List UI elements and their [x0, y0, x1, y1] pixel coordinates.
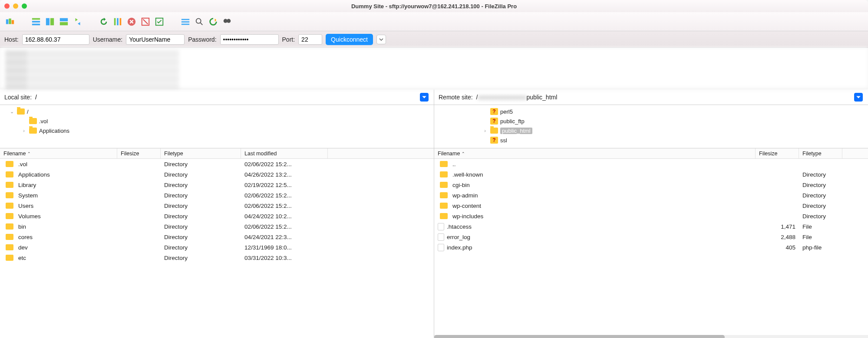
search-icon[interactable] [194, 16, 205, 27]
list-item[interactable]: etcDirectory03/31/2022 10:3... [0, 253, 434, 263]
host-label: Host: [4, 36, 19, 43]
expander-icon[interactable]: ⌄ [9, 109, 15, 115]
tree-item-label: Applications [39, 128, 69, 134]
local-site-path-input[interactable] [34, 92, 429, 102]
password-input[interactable] [220, 34, 279, 45]
list-item[interactable]: index.php405php-file [434, 242, 868, 253]
toggle-tree-icon[interactable] [30, 16, 42, 27]
file-modified: 02/06/2022 15:2... [241, 161, 328, 167]
username-label: Username: [93, 36, 122, 43]
username-input[interactable] [126, 34, 185, 45]
local-col-modified[interactable]: Last modified [241, 148, 328, 158]
tree-item[interactable]: ?ssl [456, 135, 868, 145]
list-item[interactable]: SystemDirectory02/06/2022 15:2... [0, 190, 434, 200]
list-item[interactable]: coresDirectory04/24/2021 22:3... [0, 232, 434, 242]
list-item[interactable]: .htaccess1,471File [434, 221, 868, 232]
folder-icon [490, 128, 498, 134]
quickconnect-history-dropdown[interactable] [376, 35, 386, 44]
list-item[interactable]: VolumesDirectory04/24/2022 10:2... [0, 211, 434, 221]
file-name: wp-includes [452, 213, 483, 220]
close-window-button[interactable] [4, 3, 10, 9]
process-queue-icon[interactable] [208, 16, 219, 27]
file-type: Directory [161, 223, 241, 230]
tree-item[interactable]: ›public_html [456, 126, 868, 135]
file-type: Directory [799, 182, 842, 188]
toggle-queue-icon[interactable] [58, 16, 69, 27]
list-item[interactable]: .. [434, 159, 868, 169]
remote-file-list[interactable]: ...well-knownDirectorycgi-binDirectorywp… [434, 159, 868, 335]
folder-icon [440, 192, 448, 198]
sync-browsing-icon[interactable] [72, 16, 83, 27]
tree-item-label: ssl [500, 137, 507, 144]
list-item[interactable]: devDirectory12/31/1969 18:0... [0, 242, 434, 253]
host-input[interactable] [22, 34, 89, 45]
file-name: index.php [447, 244, 472, 251]
local-tree[interactable]: ⌄/.vol›Applications [0, 105, 434, 148]
file-type: Directory [161, 213, 241, 220]
local-col-filesize[interactable]: Filesize [117, 148, 161, 158]
compare-icon[interactable] [112, 16, 123, 27]
find-icon[interactable] [221, 16, 233, 27]
port-input[interactable] [298, 34, 322, 45]
folder-icon [6, 255, 13, 261]
file-name: error_log [447, 234, 470, 240]
file-size: 2,488 [756, 234, 799, 240]
list-item[interactable]: cgi-binDirectory [434, 180, 868, 190]
list-item[interactable]: .volDirectory02/06/2022 15:2... [0, 159, 434, 169]
site-manager-icon[interactable] [4, 16, 16, 27]
list-item[interactable]: wp-contentDirectory [434, 200, 868, 211]
local-col-filename[interactable]: Filename⌃ [0, 148, 117, 158]
list-item[interactable]: .well-knownDirectory [434, 169, 868, 180]
svg-rect-0 [6, 19, 9, 24]
file-name: dev [18, 244, 28, 251]
file-type: File [799, 234, 842, 240]
remote-tree[interactable]: ?perl5?public_ftp›public_html?ssl [434, 105, 868, 148]
local-site-path-dropdown[interactable] [420, 93, 429, 102]
remote-site-path-input[interactable]: /xxxxxxxxxxxxxxxxpublic_html [475, 92, 864, 102]
quickconnect-button[interactable]: Quickconnect [326, 34, 373, 45]
message-log[interactable] [0, 48, 868, 89]
list-item[interactable]: wp-adminDirectory [434, 190, 868, 200]
folder-icon [29, 128, 37, 134]
toggle-log-icon[interactable] [44, 16, 56, 27]
list-item[interactable]: LibraryDirectory02/19/2022 12:5... [0, 180, 434, 190]
file-type: Directory [161, 244, 241, 251]
refresh-icon[interactable] [98, 16, 109, 27]
reconnect-icon[interactable] [154, 16, 165, 27]
file-modified: 02/06/2022 15:2... [241, 192, 328, 199]
remote-col-filetype[interactable]: Filetype [799, 148, 842, 158]
svg-rect-2 [12, 20, 14, 24]
disconnect-icon[interactable] [140, 16, 151, 27]
file-type: Directory [161, 255, 241, 261]
list-item[interactable]: UsersDirectory02/06/2022 15:2... [0, 200, 434, 211]
file-type: Directory [161, 234, 241, 240]
tree-item[interactable]: .vol [0, 116, 434, 126]
zoom-window-button[interactable] [22, 3, 27, 9]
remote-list-header: Filename⌃ Filesize Filetype [434, 148, 868, 159]
tree-item[interactable]: ⌄/ [0, 107, 434, 116]
file-modified: 04/24/2022 10:2... [241, 213, 328, 220]
filter-icon[interactable] [180, 16, 191, 27]
tree-item-label: .vol [39, 118, 48, 125]
expander-icon[interactable]: › [21, 128, 27, 133]
list-item[interactable]: ApplicationsDirectory04/26/2022 13:2... [0, 169, 434, 180]
tree-item[interactable]: ›Applications [0, 126, 434, 135]
list-item[interactable]: binDirectory02/06/2022 15:2... [0, 221, 434, 232]
minimize-window-button[interactable] [13, 3, 18, 9]
remote-col-filesize[interactable]: Filesize [756, 148, 799, 158]
cancel-icon[interactable] [126, 16, 137, 27]
svg-point-19 [196, 18, 201, 23]
remote-horizontal-scrollbar[interactable] [434, 335, 868, 338]
tree-item[interactable]: ?perl5 [456, 107, 868, 116]
remote-site-path-dropdown[interactable] [854, 93, 863, 102]
svg-rect-1 [9, 18, 11, 24]
local-file-list[interactable]: .volDirectory02/06/2022 15:2...Applicati… [0, 159, 434, 338]
list-item[interactable]: wp-includesDirectory [434, 211, 868, 221]
svg-rect-8 [60, 18, 68, 21]
tree-item[interactable]: ?public_ftp [456, 116, 868, 126]
file-name: wp-admin [452, 192, 478, 199]
list-item[interactable]: error_log2,488File [434, 232, 868, 242]
remote-col-filename[interactable]: Filename⌃ [434, 148, 756, 158]
local-col-filetype[interactable]: Filetype [161, 148, 241, 158]
expander-icon[interactable]: › [482, 128, 488, 133]
